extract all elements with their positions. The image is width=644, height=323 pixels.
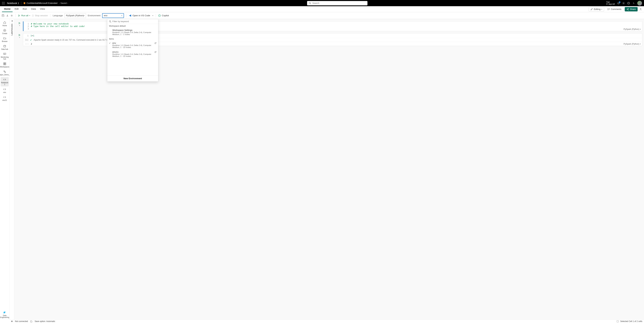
tab-run[interactable]: Run <box>21 6 29 12</box>
chevron-down-icon: ▾ <box>29 15 30 17</box>
search-input[interactable] <box>312 2 366 4</box>
sensitivity-label[interactable]: Confidential\Microsoft Extended <box>23 2 58 4</box>
feedback-button[interactable] <box>632 2 635 5</box>
pencil-icon <box>590 8 593 11</box>
stop-icon <box>32 15 34 17</box>
separator <box>126 14 126 17</box>
chevron-down-icon: ▾ <box>67 2 68 4</box>
svg-text:?: ? <box>628 2 629 4</box>
search-icon <box>309 2 311 4</box>
svg-rect-20 <box>32 15 34 16</box>
copilot-icon <box>158 14 161 17</box>
person-icon <box>639 8 642 11</box>
svg-point-15 <box>628 8 628 9</box>
global-header: Notebook 1 Confidential\Microsoft Extend… <box>0 0 644 6</box>
vscode-icon <box>129 14 132 17</box>
help-button[interactable]: ? <box>627 2 630 5</box>
svg-point-16 <box>627 9 628 10</box>
play-icon <box>18 15 20 17</box>
svg-point-11 <box>618 4 619 4</box>
save-status[interactable]: - Saved ▾ <box>59 2 68 4</box>
language-dropdown[interactable]: PySpark (Python) ▾ <box>64 13 86 18</box>
chevron-down-icon: ▾ <box>84 15 84 17</box>
share-icon <box>626 8 629 11</box>
gear-icon <box>622 2 625 5</box>
svg-point-1 <box>3 2 4 2</box>
share-button[interactable]: Share <box>625 7 638 12</box>
format-button[interactable] <box>10 14 13 17</box>
toolbar: Run all ▾ Stop session Language PySpark … <box>0 12 644 19</box>
tab-edit[interactable]: Edit <box>12 6 21 12</box>
chevron-down-icon: ▾ <box>602 9 602 10</box>
open-in-vscode-button[interactable]: Open in VS Code ▾ <box>129 14 153 17</box>
svg-point-8 <box>4 4 5 4</box>
svg-point-2 <box>4 2 5 2</box>
svg-point-4 <box>3 3 4 3</box>
notebook-title[interactable]: Notebook 1 <box>7 2 19 5</box>
environment-label: Environment <box>88 14 100 17</box>
tab-data[interactable]: Data <box>29 6 38 12</box>
svg-point-5 <box>4 3 5 3</box>
svg-point-6 <box>2 4 3 4</box>
svg-point-17 <box>628 10 628 10</box>
svg-point-0 <box>2 2 3 2</box>
svg-point-23 <box>160 15 160 16</box>
environment-dropdown[interactable]: env ▾ <box>102 13 124 18</box>
svg-point-18 <box>640 8 641 9</box>
download-icon <box>6 14 9 17</box>
comment-icon <box>608 8 610 11</box>
notifications-button[interactable]: 6 <box>617 2 620 5</box>
link-icon <box>632 2 635 5</box>
shield-icon <box>23 2 26 4</box>
search-box[interactable] <box>307 1 368 5</box>
chevron-down-icon: ▾ <box>122 15 122 17</box>
download-button[interactable] <box>6 14 9 17</box>
sensitivity-text: Confidential\Microsoft Extended <box>27 2 58 4</box>
save-icon <box>2 14 4 17</box>
chevron-down-icon: ▾ <box>152 15 153 17</box>
svg-point-22 <box>159 15 159 16</box>
svg-point-3 <box>2 3 3 3</box>
tab-view[interactable]: View <box>38 6 47 12</box>
editing-mode-button[interactable]: Editing ▾ <box>589 7 604 12</box>
svg-point-19 <box>12 15 12 16</box>
question-icon: ? <box>627 2 630 5</box>
stop-session-button[interactable]: Stop session <box>32 14 48 17</box>
run-all-button[interactable]: Run all ▾ <box>18 14 30 17</box>
svg-point-7 <box>3 4 4 4</box>
svg-point-21 <box>158 15 160 17</box>
trial-status[interactable]: Trial: 57 days left <box>606 1 615 5</box>
profile-sync-button[interactable] <box>639 8 642 11</box>
ribbon: Home Edit Run Data View Editing ▾ Commen… <box>0 6 644 12</box>
svg-line-10 <box>310 4 311 4</box>
tab-home[interactable]: Home <box>2 6 12 12</box>
copilot-button[interactable]: Copilot <box>158 14 169 17</box>
notification-badge: 6 <box>619 1 620 3</box>
comments-button[interactable]: Comments <box>606 7 623 12</box>
svg-point-9 <box>309 2 310 4</box>
app-launcher[interactable] <box>2 2 5 5</box>
svg-point-12 <box>623 3 624 4</box>
save-button[interactable] <box>2 14 4 17</box>
gear-icon <box>10 14 13 17</box>
settings-button[interactable] <box>622 2 625 5</box>
language-label: Language <box>53 14 63 17</box>
avatar[interactable] <box>637 1 642 6</box>
